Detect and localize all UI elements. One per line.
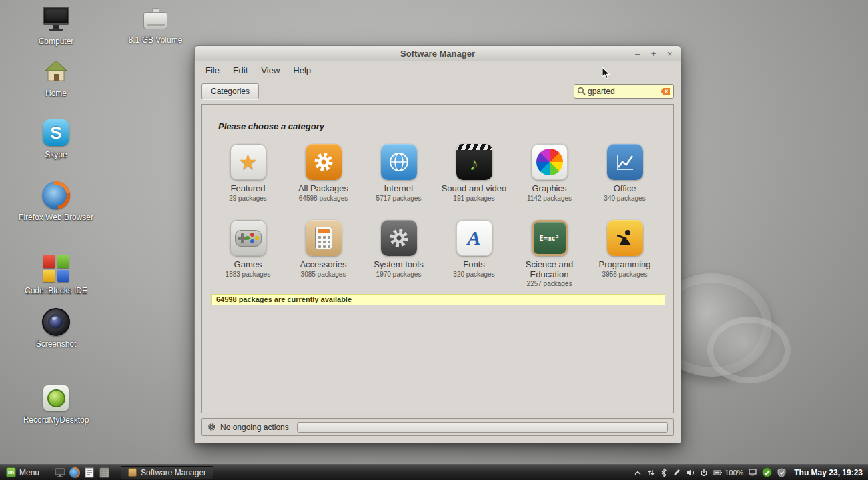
- category-label: Accessories: [286, 260, 361, 270]
- text-editor-launcher[interactable]: [82, 465, 97, 480]
- power-icon[interactable]: [700, 469, 708, 477]
- menu-help[interactable]: Help: [286, 63, 318, 77]
- search-input[interactable]: [588, 87, 658, 96]
- taskbar-window-button[interactable]: Software Manager: [121, 466, 213, 479]
- category-programming[interactable]: Programming 3956 packages: [587, 217, 663, 289]
- updates-ok-icon[interactable]: [762, 467, 772, 477]
- category-sound-and-video[interactable]: ♪ Sound and video 191 packages: [436, 141, 512, 213]
- show-desktop-button[interactable]: [53, 465, 67, 480]
- desktop-icon-label: Skype: [45, 150, 67, 159]
- desktop-icon-label: RecordMyDesktop: [23, 415, 89, 425]
- desktop-icon-home[interactable]: Home: [16, 56, 96, 98]
- categories-button[interactable]: Categories: [201, 83, 259, 99]
- category-label: Internet: [361, 184, 436, 194]
- category-accessories[interactable]: Accessories 3085 packages: [286, 217, 361, 289]
- category-science-and-education[interactable]: E=mc² Science and Education 2257 package…: [512, 217, 587, 289]
- clock[interactable]: Thu May 23, 19:23: [794, 468, 863, 477]
- desktop-icon-firefox[interactable]: Firefox Web Browser: [16, 180, 96, 222]
- info-banner: 64598 packages are currently available: [211, 294, 665, 305]
- menu-view[interactable]: View: [254, 63, 286, 77]
- battery-indicator[interactable]: 100%: [713, 469, 743, 477]
- letter-a-icon: A: [456, 220, 492, 256]
- display-icon[interactable]: [749, 469, 757, 476]
- menu-button[interactable]: lm Menu: [0, 465, 45, 480]
- page-title: Please choose a category: [218, 121, 673, 131]
- desktop-icon-volume[interactable]: 8.1 GB Volume: [115, 3, 195, 45]
- network-icon[interactable]: [647, 469, 655, 477]
- desktop-icon-skype[interactable]: S Skype: [16, 117, 96, 159]
- close-button[interactable]: ×: [664, 48, 675, 59]
- desktop-icon-label: Computer: [39, 37, 74, 46]
- category-view: Please choose a category ★ Featured 29 p…: [201, 104, 674, 413]
- security-shield-icon[interactable]: [777, 468, 786, 477]
- category-count: 1142 packages: [512, 195, 587, 202]
- show-desktop-icon: [55, 468, 65, 477]
- category-all-packages[interactable]: All Packages 64598 packages: [286, 141, 361, 213]
- pen-input-icon[interactable]: [673, 469, 681, 477]
- category-label: Programming: [587, 260, 663, 270]
- window-title: Software Manager: [400, 49, 475, 59]
- desktop-icon-label: Screenshot: [36, 339, 77, 349]
- category-count: 340 packages: [587, 195, 663, 202]
- category-label: Graphics: [512, 184, 587, 194]
- search-box[interactable]: [574, 84, 674, 99]
- firefox-icon: [42, 181, 70, 209]
- desktop-icon-computer[interactable]: Computer: [16, 4, 96, 46]
- separator: [49, 467, 49, 478]
- minimize-button[interactable]: –: [632, 48, 643, 59]
- category-system-tools[interactable]: System tools 1970 packages: [361, 217, 436, 289]
- notification-caret-icon[interactable]: [634, 469, 642, 476]
- category-label: Fonts: [436, 260, 512, 270]
- menu-label: Menu: [19, 468, 39, 477]
- desktop-icon-recordmydesktop[interactable]: RecordMyDesktop: [16, 383, 96, 425]
- progress-bar: [297, 422, 668, 433]
- desktop-icon-label: Firefox Web Browser: [19, 213, 93, 222]
- category-label: Games: [210, 260, 286, 270]
- status-text: No ongoing actions: [220, 423, 289, 432]
- category-label: System tools: [361, 260, 436, 270]
- record-icon: [43, 385, 69, 411]
- home-icon: [43, 59, 69, 83]
- category-featured[interactable]: ★ Featured 29 packages: [210, 141, 286, 213]
- firefox-icon: [69, 467, 80, 478]
- category-count: 2257 packages: [512, 280, 587, 287]
- taskbar: lm Menu Software Manager: [0, 464, 868, 480]
- category-internet[interactable]: Internet 5717 packages: [361, 141, 436, 213]
- category-grid: ★ Featured 29 packages All Packages 6459…: [210, 141, 665, 289]
- globe-icon: [381, 144, 417, 180]
- desktop-icon-codeblocks[interactable]: Code::Blocks IDE: [16, 253, 96, 295]
- clear-search-icon[interactable]: [660, 87, 671, 95]
- menu-edit[interactable]: Edit: [226, 63, 254, 77]
- category-count: 64598 packages: [286, 195, 361, 202]
- statusbar: No ongoing actions: [201, 418, 674, 436]
- desktop-icon-label: 8.1 GB Volume: [129, 35, 183, 45]
- titlebar[interactable]: Software Manager – + ×: [195, 46, 681, 61]
- color-wheel-icon: [532, 144, 568, 180]
- toolbar: Categories: [195, 79, 681, 103]
- chalkboard-icon: E=mc²: [532, 220, 568, 256]
- system-tray: 100% Thu May 23, 19:23: [634, 467, 868, 477]
- document-icon: [85, 467, 94, 478]
- maximize-button[interactable]: +: [648, 48, 659, 59]
- skype-icon: S: [43, 119, 69, 146]
- category-count: 1883 packages: [210, 271, 286, 278]
- software-manager-window: Software Manager – + × File Edit View He…: [194, 45, 681, 443]
- battery-icon: [713, 469, 723, 476]
- menu-file[interactable]: File: [199, 63, 226, 77]
- bluetooth-icon[interactable]: [661, 468, 667, 477]
- category-games[interactable]: Games 1883 packages: [210, 217, 286, 289]
- category-label: All Packages: [286, 184, 361, 194]
- computer-icon: [41, 7, 71, 32]
- task-button-label: Software Manager: [141, 468, 206, 477]
- volume-icon[interactable]: [686, 469, 695, 477]
- gear-icon: [207, 423, 216, 431]
- firefox-launcher[interactable]: [67, 465, 82, 480]
- film-note-icon: ♪: [456, 144, 492, 180]
- category-office[interactable]: Office 340 packages: [587, 141, 663, 213]
- camera-lens-icon: [42, 308, 70, 336]
- category-count: 320 packages: [436, 271, 512, 278]
- category-fonts[interactable]: A Fonts 320 packages: [436, 217, 512, 289]
- file-manager-launcher[interactable]: [97, 465, 111, 480]
- desktop-icon-screenshot[interactable]: Screenshot: [16, 307, 96, 349]
- category-graphics[interactable]: Graphics 1142 packages: [512, 141, 587, 213]
